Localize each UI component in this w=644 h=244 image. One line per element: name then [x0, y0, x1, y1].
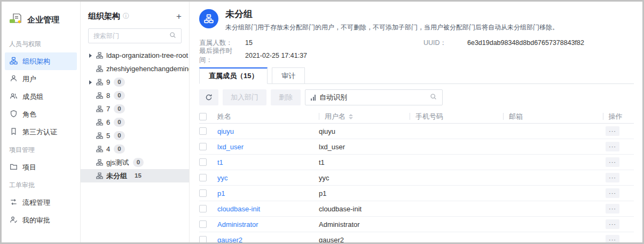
- member-search-text: 自动识别: [319, 93, 426, 102]
- person-check-icon: [10, 216, 18, 225]
- row-checkbox[interactable]: [199, 205, 207, 212]
- department-search-input[interactable]: [93, 32, 166, 40]
- tree-node-gjs-test[interactable]: gjs测试 0: [81, 156, 189, 169]
- table-header-row: 姓名 用户名 手机号码 邮箱 操作: [199, 110, 634, 124]
- tree-node-9[interactable]: 9 0: [81, 75, 189, 89]
- table-row: yyc yyc ···: [199, 170, 634, 186]
- row-checkbox[interactable]: [199, 189, 207, 197]
- department-info: 直属人数： 15 UUID： 6e3d19dab98348d8bd6765737…: [199, 36, 634, 62]
- member-count-badge: 0: [114, 104, 124, 113]
- sidebar-item-projects[interactable]: 项目: [5, 158, 77, 176]
- app-window: 企业管理 人员与权限 组织架构 用户: [0, 0, 644, 244]
- org-tree: ldap-organization-tree-root 10774 zheshi…: [81, 49, 189, 242]
- tree-node-ldap-root[interactable]: ldap-organization-tree-root 10774: [81, 49, 189, 62]
- add-department-button[interactable]: +: [176, 12, 182, 21]
- sort-icon[interactable]: [349, 114, 353, 119]
- join-department-button[interactable]: 加入部门: [223, 89, 266, 105]
- row-checkbox[interactable]: [199, 143, 207, 150]
- members-table: 姓名 用户名 手机号码 邮箱 操作 qiuyu qiuyu ··· lxd_u: [199, 110, 634, 244]
- column-header-action: 操作: [591, 112, 634, 121]
- row-checkbox[interactable]: [199, 236, 207, 243]
- member-username: cloudbase-init: [319, 205, 410, 213]
- table-row: cloudbase-init cloudbase-init ···: [199, 201, 634, 217]
- member-name-link[interactable]: qiuyu: [217, 127, 234, 135]
- more-actions-button[interactable]: ···: [606, 173, 619, 182]
- tree-node-7[interactable]: 7 0: [81, 102, 189, 116]
- department-avatar: [199, 9, 218, 28]
- sidebar-item-member-groups[interactable]: 成员组: [5, 88, 77, 105]
- flow-arrows-icon: [10, 198, 18, 208]
- more-actions-button[interactable]: ···: [606, 235, 619, 244]
- tab-audit[interactable]: 审计: [272, 67, 305, 84]
- member-username: lxd_user: [319, 143, 410, 151]
- tab-direct-members[interactable]: 直属成员（15）: [199, 67, 268, 84]
- member-count-badge: 0: [114, 118, 124, 127]
- sidebar-item-users[interactable]: 用户: [5, 70, 77, 88]
- sidebar-item-org-structure[interactable]: 组织架构: [5, 52, 77, 70]
- member-username: qiuyu: [319, 127, 410, 135]
- delete-button[interactable]: 删除: [271, 89, 301, 105]
- member-username: p1: [319, 189, 410, 197]
- user-icon: [10, 74, 18, 84]
- tree-node-4[interactable]: 4 0: [81, 142, 189, 156]
- app-logo: 企业管理: [2, 10, 80, 35]
- row-checkbox[interactable]: [199, 220, 207, 228]
- tree-node-8[interactable]: 8 0: [81, 89, 189, 102]
- tab-bar: 直属成员（15） 审计: [199, 67, 634, 84]
- member-count-badge: 0: [114, 131, 124, 140]
- tree-node-5[interactable]: 5 0: [81, 129, 189, 142]
- member-search-box[interactable]: 自动识别: [305, 89, 443, 105]
- expand-arrow-icon[interactable]: [89, 80, 96, 85]
- direct-count-value: 15: [245, 39, 253, 47]
- member-name-link[interactable]: qauser2: [217, 236, 242, 244]
- sidebar-item-label: 角色: [22, 110, 36, 119]
- tree-node-6[interactable]: 6 0: [81, 116, 189, 129]
- row-checkbox[interactable]: [199, 174, 207, 181]
- expand-arrow-icon[interactable]: [89, 54, 96, 58]
- table-row: qiuyu qiuyu ···: [199, 124, 634, 139]
- more-actions-button[interactable]: ···: [606, 188, 619, 198]
- column-header-name: 姓名: [217, 112, 319, 121]
- org-panel-title: 组织架构: [88, 11, 120, 21]
- more-actions-button[interactable]: ···: [606, 126, 619, 136]
- sidebar-item-label: 项目: [22, 163, 36, 172]
- sidebar-item-label: 流程管理: [22, 198, 50, 208]
- member-count-badge: 15: [131, 171, 145, 180]
- member-username: yyc: [319, 174, 410, 182]
- member-username: t1: [319, 158, 410, 166]
- member-name-link[interactable]: lxd_user: [217, 143, 244, 151]
- table-row: lxd_user lxd_user ···: [199, 139, 634, 155]
- sidebar-item-my-approvals[interactable]: 我的审批: [5, 211, 77, 229]
- more-actions-button[interactable]: ···: [606, 142, 619, 151]
- page-title: 未分组: [225, 9, 559, 20]
- sidebar-item-label: 用户: [22, 74, 36, 84]
- sidebar-item-roles[interactable]: 角色: [5, 105, 77, 123]
- tree-node-long-name[interactable]: zheshiyigehenchangdemingzizheshiyige: [81, 62, 189, 75]
- sidebar-item-process-management[interactable]: 流程管理: [5, 194, 77, 211]
- member-name-link[interactable]: yyc: [217, 174, 228, 182]
- table-row: p1 p1 ···: [199, 186, 634, 201]
- member-name-link[interactable]: p1: [217, 189, 225, 197]
- member-name-link[interactable]: cloudbase-init: [217, 205, 260, 213]
- sidebar-item-third-party-auth[interactable]: 第三方认证: [5, 123, 77, 141]
- more-actions-button[interactable]: ···: [606, 219, 619, 229]
- search-icon: [430, 93, 437, 102]
- column-header-username[interactable]: 用户名: [319, 112, 410, 121]
- info-icon[interactable]: ⓘ: [123, 12, 129, 21]
- member-toolbar: 加入部门 删除 自动识别: [199, 89, 634, 105]
- select-all-checkbox[interactable]: [199, 113, 207, 120]
- enterprise-logo-icon: [9, 12, 23, 27]
- row-checkbox[interactable]: [199, 158, 207, 166]
- member-name-link[interactable]: Administrator: [217, 220, 258, 228]
- more-actions-button[interactable]: ···: [606, 204, 619, 214]
- member-name-link[interactable]: t1: [217, 158, 223, 166]
- sidebar: 企业管理 人员与权限 组织架构 用户: [2, 2, 81, 242]
- row-checkbox[interactable]: [199, 127, 207, 135]
- org-tree-panel: 组织架构 ⓘ + ldap-organization-tree-root 107…: [81, 2, 190, 242]
- table-row: qauser2 qauser2 ···: [199, 232, 634, 244]
- refresh-button[interactable]: [199, 89, 218, 105]
- tree-node-ungrouped[interactable]: 未分组 15: [81, 169, 189, 182]
- more-actions-button[interactable]: ···: [606, 157, 619, 167]
- department-search-box[interactable]: [88, 28, 182, 43]
- member-count-badge: 0: [114, 144, 124, 154]
